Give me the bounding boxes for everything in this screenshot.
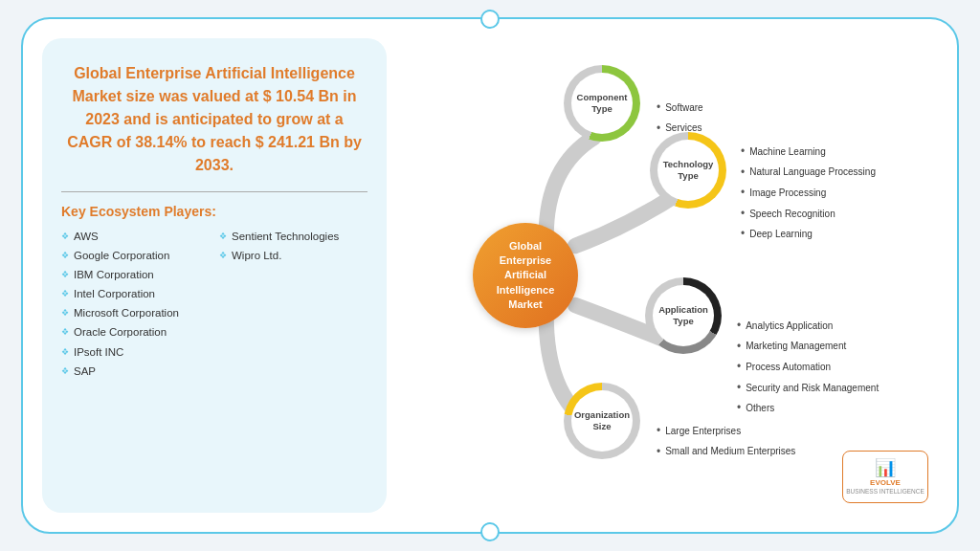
divider [61, 191, 368, 192]
segment-technology: Technology Type [650, 132, 726, 209]
bullets-application: Analytics ApplicationMarketing Managemen… [737, 316, 879, 419]
bullets-organization: Large EnterprisesSmall and Medium Enterp… [657, 421, 795, 462]
player-item: Google Corporation [61, 248, 210, 263]
player-item: Microsoft Corporation [61, 305, 210, 320]
segment-organization-label: Organization Size [574, 409, 630, 432]
bullet-item: Services [657, 119, 703, 140]
player-item: IBM Corporation [61, 267, 210, 282]
main-title: Global Enterprise Artificial Intelligenc… [61, 62, 368, 177]
player-item: AWS [61, 229, 210, 244]
segment-technology-label: Technology Type [660, 159, 716, 182]
bullet-item: Deep Learning [741, 224, 876, 245]
bullets-component: SoftwareServices [657, 98, 703, 139]
bullet-item: Security and Risk Management [737, 378, 879, 399]
logo-subtitle: BUSINESS INTELLIGENCE [846, 488, 924, 495]
bullets-technology: Machine LearningNatural Language Process… [741, 142, 876, 245]
right-panel: Global Enterprise Artificial Intelligenc… [396, 38, 938, 513]
bullet-item: Software [657, 98, 703, 119]
player-item: Sentient Technologies [219, 229, 368, 244]
segment-technology-inner: Technology Type [657, 140, 719, 201]
players-col2: Sentient TechnologiesWipro Ltd. [219, 229, 368, 494]
bullet-item: Natural Language Processing [741, 163, 876, 184]
bullet-item: Machine Learning [741, 142, 876, 163]
player-item: SAP [61, 364, 210, 379]
segment-application: Application Type [645, 277, 722, 354]
logo-name: EVOLVE [870, 478, 901, 488]
bullet-item: Others [737, 398, 879, 419]
player-item: Wipro Ltd. [219, 248, 368, 263]
player-item: Intel Corporation [61, 286, 210, 301]
logo-box: 📊 EVOLVE BUSINESS INTELLIGENCE [842, 451, 928, 503]
main-container: Global Enterprise Artificial Intelligenc… [21, 17, 959, 534]
bullet-item: Image Processing [741, 183, 876, 204]
segment-component-label: Component Type [574, 92, 630, 115]
segment-component: Component Type [564, 65, 640, 142]
key-players-title: Key Ecosystem Players: [61, 204, 368, 219]
logo-icon: 📊 [875, 459, 896, 476]
bullet-item: Speech Recognition [741, 204, 876, 225]
center-circle-text: Global Enterprise Artificial Intelligenc… [497, 239, 555, 313]
segment-application-label: Application Type [656, 304, 711, 327]
bullet-item: Marketing Management [737, 337, 879, 358]
segment-organization: Organization Size [564, 383, 640, 459]
bullet-item: Analytics Application [737, 316, 879, 337]
bullet-item: Small and Medium Enterprises [657, 442, 795, 463]
bullet-item: Process Automation [737, 357, 879, 378]
player-item: Oracle Corporation [61, 324, 210, 340]
segment-component-inner: Component Type [571, 73, 633, 134]
segment-application-inner: Application Type [653, 285, 714, 346]
player-item: IPsoft INC [61, 344, 210, 360]
center-circle: Global Enterprise Artificial Intelligenc… [473, 223, 578, 328]
players-col1: AWSGoogle CorporationIBM CorporationInte… [61, 229, 210, 494]
players-grid: AWSGoogle CorporationIBM CorporationInte… [61, 229, 368, 494]
left-panel: Global Enterprise Artificial Intelligenc… [42, 38, 387, 513]
segment-organization-inner: Organization Size [571, 390, 633, 452]
bullet-item: Large Enterprises [657, 421, 795, 442]
